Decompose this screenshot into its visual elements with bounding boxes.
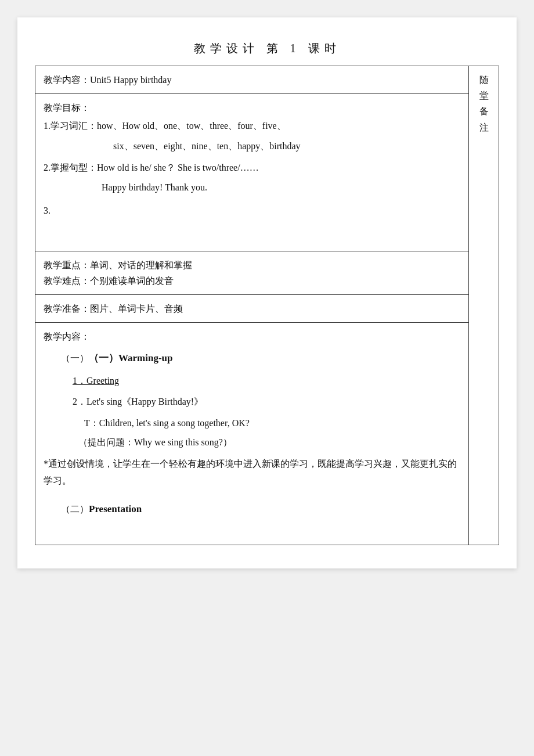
vocab-line2: six、seven、eight、nine、ten、happy、birthday (113, 138, 460, 155)
side-note-cell: 随堂备注 (469, 66, 499, 545)
sentence-line1: How old is he/ she？ She is two/three/…… (97, 163, 259, 172)
t-dialogue-line: T：Children, let's sing a song together, … (84, 415, 460, 431)
sentence-line2: Happy birthday! Thank you. (102, 179, 460, 196)
vocab-item: 1.学习词汇：how、How old、one、tow、three、four、fi… (44, 118, 460, 134)
key-points-cell: 教学重点：单词、对话的理解和掌握 教学难点：个别难读单词的发音 (35, 251, 469, 294)
presentation-bold: Presentation (89, 503, 142, 514)
key-point-line1: 教学重点：单词、对话的理解和掌握 (44, 257, 460, 273)
table-row-key-points: 教学重点：单词、对话的理解和掌握 教学难点：个别难读单词的发音 (35, 251, 499, 294)
sentence-number: 2. (44, 163, 50, 172)
sentence-item: 2.掌握句型：How old is he/ she？ She is two/th… (44, 160, 460, 175)
warming-up-bold: （一）Warming-up (89, 352, 173, 363)
preparation-text: 教学准备：图片、单词卡片、音频 (44, 304, 183, 314)
star-note: *通过创设情境，让学生在一个轻松有趣的环境中进入新课的学习，既能提高学习兴趣，又… (44, 456, 460, 489)
speaker-t: T： (84, 418, 99, 428)
presentation-header: （二）Presentation (61, 501, 460, 518)
presentation-label: （二） (61, 504, 89, 514)
sing-text: 2．Let's sing《Happy Birthday!》 (73, 397, 203, 406)
t-dialogue-text: Children, let's sing a song together, OK… (99, 418, 250, 428)
side-note-text: 随堂备注 (479, 75, 489, 132)
vocab-prefix: 学习词汇： (50, 121, 97, 131)
star-note-text: *通过创设情境，让学生在一个轻松有趣的环境中进入新课的学习，既能提高学习兴趣，又… (44, 459, 457, 485)
table-row-teaching-content: 教学内容：Unit5 Happy birthday 随堂备注 (35, 66, 499, 94)
sing-item: 2．Let's sing《Happy Birthday!》 (73, 394, 460, 409)
warming-up-label: （一） (61, 353, 89, 363)
page-container: 教学设计 第 1 课时 教学内容：Unit5 Happy birthday 随堂… (17, 17, 517, 568)
teaching-content-label: 教学内容：Unit5 Happy birthday (44, 75, 171, 85)
main-table: 教学内容：Unit5 Happy birthday 随堂备注 教学目标： 1.学… (35, 66, 499, 545)
preparation-cell: 教学准备：图片、单词卡片、音频 (35, 295, 469, 323)
paren-question-line: （提出问题：Why we sing this song?） (78, 434, 460, 450)
table-row-preparation: 教学准备：图片、单词卡片、音频 (35, 295, 499, 323)
greeting-text: 1．Greeting (73, 376, 119, 386)
table-row-teaching-goals: 教学目标： 1.学习词汇：how、How old、one、tow、three、f… (35, 94, 499, 251)
warming-up-header: （一）（一）Warming-up (61, 350, 460, 367)
item3-number: 3. (44, 206, 50, 215)
table-row-main-content: 教学内容： （一）（一）Warming-up 1．Greeting 2．Let'… (35, 323, 499, 545)
vocab-number: 1. (44, 121, 50, 131)
paren-question-text: （提出问题：Why we sing this song?） (78, 437, 232, 447)
teaching-content-cell: 教学内容：Unit5 Happy birthday (35, 66, 469, 94)
vocab-line1: how、How old、one、tow、three、four、five、 (97, 121, 286, 131)
greeting-item: 1．Greeting (73, 373, 460, 388)
page-title: 教学设计 第 1 课时 (35, 41, 499, 56)
teaching-goals-cell: 教学目标： 1.学习词汇：how、How old、one、tow、three、f… (35, 94, 469, 251)
main-content-label: 教学内容： (44, 329, 460, 344)
main-content-cell: 教学内容： （一）（一）Warming-up 1．Greeting 2．Let'… (35, 323, 469, 545)
sentence-prefix: 掌握句型： (50, 163, 97, 172)
teaching-goals-title: 教学目标： (44, 100, 460, 116)
item3: 3. (44, 203, 460, 218)
key-point-line2: 教学难点：个别难读单词的发音 (44, 273, 460, 289)
